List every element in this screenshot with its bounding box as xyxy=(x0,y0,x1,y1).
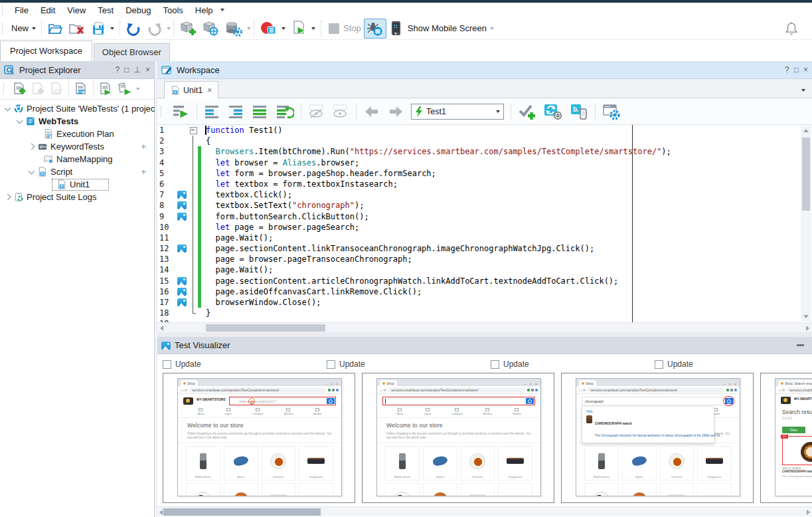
minimize-icon[interactable] xyxy=(797,344,804,346)
add-new-item-button[interactable] xyxy=(10,80,29,98)
add-object-button[interactable] xyxy=(177,19,199,39)
visualizer-horizontal-scrollbar[interactable] xyxy=(157,506,812,516)
execution-plan-button[interactable] xyxy=(72,80,90,98)
scrollbar-thumb[interactable] xyxy=(802,138,810,211)
scroll-right-icon[interactable] xyxy=(807,510,810,515)
tree-item-script[interactable]: Script + xyxy=(0,165,154,178)
add-script-unit-button[interactable]: + xyxy=(141,167,146,177)
add-existing-item-button[interactable] xyxy=(29,80,47,98)
tree-item-project-suite[interactable]: Project Suite 'WebTests' (1 project) xyxy=(0,102,154,115)
redo-button[interactable] xyxy=(144,19,165,38)
chevron-down-icon[interactable] xyxy=(167,27,171,30)
maximize-button[interactable]: □ xyxy=(794,65,799,74)
menu-debug[interactable]: Debug xyxy=(120,4,157,17)
scrollbar-thumb[interactable] xyxy=(206,324,325,332)
checkbox-icon[interactable] xyxy=(491,360,499,369)
tree-item-keywordtests[interactable]: KeywordTests + xyxy=(0,140,154,153)
scroll-right-icon[interactable] xyxy=(806,326,809,331)
close-tab-icon[interactable]: × xyxy=(207,86,212,95)
toolbar-grip[interactable] xyxy=(3,84,7,94)
chevron-down-icon[interactable] xyxy=(136,88,140,90)
close-file-button[interactable] xyxy=(66,19,88,38)
chevron-expanded-icon[interactable] xyxy=(5,104,11,111)
open-item-button[interactable] xyxy=(47,80,66,98)
editor-horizontal-scrollbar[interactable] xyxy=(157,322,812,332)
db-options-button[interactable] xyxy=(222,19,246,39)
tree-item-execution-plan[interactable]: Execution Plan xyxy=(0,128,154,140)
update-checkbox-4[interactable]: Update xyxy=(655,360,812,369)
run-project-suite-button[interactable] xyxy=(115,80,135,98)
panel-splitter[interactable] xyxy=(157,332,812,337)
show-region-button[interactable] xyxy=(329,102,352,121)
routine-select[interactable]: Test1 xyxy=(411,104,504,120)
chevron-expanded-icon[interactable] xyxy=(29,167,35,174)
visualizer-thumbnail-2[interactable]: Shop– □ × ‹ › ⟳services.smartbear.com/sa… xyxy=(362,373,554,503)
indent-left-button[interactable] xyxy=(201,102,224,121)
visualizer-frame-icon[interactable] xyxy=(177,213,187,221)
pin-button[interactable]: ⊥ xyxy=(134,65,141,74)
tab-project-workspace[interactable]: Project Workspace xyxy=(0,41,92,61)
menu-edit[interactable]: Edit xyxy=(35,4,61,17)
tree-item-unit1[interactable]: Unit1 xyxy=(0,178,154,191)
close-button[interactable]: × xyxy=(145,65,150,74)
checkbox-icon[interactable] xyxy=(655,360,663,369)
format-revert-button[interactable] xyxy=(273,102,297,121)
help-button[interactable]: ? xyxy=(116,65,120,74)
chevron-collapsed-icon[interactable] xyxy=(5,194,11,201)
add-keyword-test-button[interactable]: + xyxy=(141,142,146,152)
update-checkbox-3[interactable]: Update xyxy=(491,360,648,369)
visualizer-frame-icon[interactable] xyxy=(177,277,187,285)
scroll-up-icon[interactable] xyxy=(803,129,809,132)
new-button[interactable]: New xyxy=(9,21,39,35)
tree-item-namemapping[interactable]: NameMapping xyxy=(0,153,154,165)
scroll-left-icon[interactable] xyxy=(160,326,163,331)
update-checkbox-2[interactable]: Update xyxy=(327,360,484,369)
tree-item-webtests[interactable]: WebTests xyxy=(0,115,154,128)
save-button[interactable] xyxy=(88,19,117,38)
menu-help[interactable]: Help xyxy=(189,4,219,17)
visualizer-frame-icon[interactable] xyxy=(177,191,187,199)
tree-item-project-suite-logs[interactable]: Project Suite Logs xyxy=(0,191,154,203)
format-code-button[interactable] xyxy=(249,102,272,121)
show-mobile-screen-button[interactable]: Show Mobile Screen xyxy=(405,21,497,35)
run-test-button[interactable] xyxy=(288,18,318,39)
menu-view[interactable]: View xyxy=(61,4,92,17)
toolbar-grip[interactable] xyxy=(2,23,6,34)
object-spy-button[interactable] xyxy=(199,19,222,39)
tab-list-dropdown-icon[interactable] xyxy=(801,89,805,92)
visualizer-thumbnail-3[interactable]: Shop– □ × ‹ › ⟳services.smartbear.com/sa… xyxy=(561,373,754,503)
undo-button[interactable] xyxy=(123,19,144,38)
visualizer-frame-icon[interactable] xyxy=(177,201,187,209)
chevron-expanded-icon[interactable] xyxy=(17,117,23,124)
fold-collapse-icon[interactable] xyxy=(189,125,198,136)
close-button[interactable]: × xyxy=(803,65,808,74)
hide-region-button[interactable] xyxy=(305,102,328,121)
visualizer-thumbnail-4[interactable]: Shop. Search result f– □ × ‹ › ⟳services… xyxy=(760,373,812,503)
checkbox-icon[interactable] xyxy=(327,360,335,369)
toolbar-grip[interactable] xyxy=(161,106,165,117)
menu-test[interactable]: Test xyxy=(92,4,120,17)
open-file-button[interactable] xyxy=(44,19,66,38)
run-project-button[interactable] xyxy=(96,80,115,98)
code-editor[interactable]: 1function Test1()2{3 Browsers.Item(btChr… xyxy=(157,125,812,322)
navigate-back-button[interactable] xyxy=(361,102,383,121)
chevron-down-icon[interactable] xyxy=(247,27,251,30)
maximize-button[interactable]: □ xyxy=(124,65,129,74)
visualizer-frame-icon[interactable] xyxy=(177,245,187,253)
visualizer-thumbnail-1[interactable]: Shop– □ × ‹ › ⟳services.smartbear.com/sa… xyxy=(163,373,355,503)
scrollbar-thumb[interactable] xyxy=(163,508,321,516)
menu-file[interactable]: File xyxy=(9,4,35,17)
mobile-screen-button[interactable] xyxy=(386,18,405,39)
notifications-button[interactable] xyxy=(781,19,801,39)
toolbar-grip[interactable] xyxy=(2,5,6,15)
checkbox-icon[interactable] xyxy=(163,360,171,369)
visualizer-frame-icon[interactable] xyxy=(177,298,187,306)
tab-object-browser[interactable]: Object Browser xyxy=(94,43,170,61)
help-button[interactable]: ? xyxy=(785,65,789,74)
stop-button[interactable]: Stop xyxy=(324,19,364,38)
record-test-button[interactable] xyxy=(257,18,288,39)
menu-tools[interactable]: Tools xyxy=(157,4,189,17)
chevron-collapsed-icon[interactable] xyxy=(29,144,35,150)
web-spy-button[interactable] xyxy=(364,19,386,39)
add-check-button[interactable] xyxy=(515,102,539,122)
